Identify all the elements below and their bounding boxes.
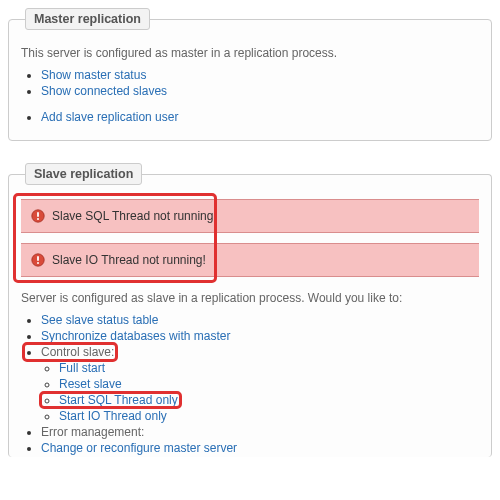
show-connected-slaves-link[interactable]: Show connected slaves xyxy=(41,84,167,98)
slave-intro: Server is configured as slave in a repli… xyxy=(21,291,479,305)
control-slave-sublist: Full start Reset slave Start SQL Thread … xyxy=(59,361,479,423)
svg-point-5 xyxy=(37,262,39,264)
slave-replication-panel: Slave replication Slave SQL Thread not r… xyxy=(8,163,492,457)
master-replication-panel: Master replication This server is config… xyxy=(8,8,492,141)
master-links-list: Show master status Show connected slaves… xyxy=(41,68,479,124)
list-item: Reset slave xyxy=(59,377,479,391)
start-io-thread-only-link[interactable]: Start IO Thread only xyxy=(59,409,167,423)
svg-rect-4 xyxy=(37,256,39,261)
see-slave-status-link[interactable]: See slave status table xyxy=(41,313,158,327)
list-item: See slave status table xyxy=(41,313,479,327)
error-icon xyxy=(31,209,45,223)
svg-rect-1 xyxy=(37,212,39,217)
error-icon xyxy=(31,253,45,267)
alert-sql-thread-text: Slave SQL Thread not running! xyxy=(52,209,217,223)
list-item: Full start xyxy=(59,361,479,375)
master-intro: This server is configured as master in a… xyxy=(21,46,479,60)
control-slave-highlight: Control slave: xyxy=(41,345,114,359)
list-item: Start IO Thread only xyxy=(59,409,479,423)
alert-io-thread: Slave IO Thread not running! xyxy=(21,243,479,277)
start-sql-thread-only-link[interactable]: Start SQL Thread only xyxy=(59,393,178,407)
show-master-status-link[interactable]: Show master status xyxy=(41,68,146,82)
list-item: Change or reconfigure master server xyxy=(41,441,479,455)
list-item: Show connected slaves xyxy=(41,84,479,98)
slave-alerts-group: Slave SQL Thread not running! Slave IO T… xyxy=(21,199,479,277)
slave-legend: Slave replication xyxy=(25,163,142,185)
list-item: Error management: xyxy=(41,425,479,439)
svg-point-2 xyxy=(37,218,39,220)
list-item: Synchronize databases with master xyxy=(41,329,479,343)
control-slave-label: Control slave: xyxy=(41,345,114,359)
sync-databases-link[interactable]: Synchronize databases with master xyxy=(41,329,230,343)
reset-slave-link[interactable]: Reset slave xyxy=(59,377,122,391)
list-item: Show master status xyxy=(41,68,479,82)
add-slave-user-link[interactable]: Add slave replication user xyxy=(41,110,178,124)
alert-io-thread-text: Slave IO Thread not running! xyxy=(52,253,206,267)
list-item: Add slave replication user xyxy=(41,110,479,124)
slave-links-list: See slave status table Synchronize datab… xyxy=(41,313,479,455)
error-management-label: Error management: xyxy=(41,425,144,439)
list-item: Control slave: Full start Reset slave St… xyxy=(41,345,479,423)
start-sql-thread-highlight: Start SQL Thread only xyxy=(59,393,178,407)
list-item: Start SQL Thread only xyxy=(59,393,479,407)
alert-sql-thread: Slave SQL Thread not running! xyxy=(21,199,479,233)
full-start-link[interactable]: Full start xyxy=(59,361,105,375)
change-master-link[interactable]: Change or reconfigure master server xyxy=(41,441,237,455)
master-legend: Master replication xyxy=(25,8,150,30)
